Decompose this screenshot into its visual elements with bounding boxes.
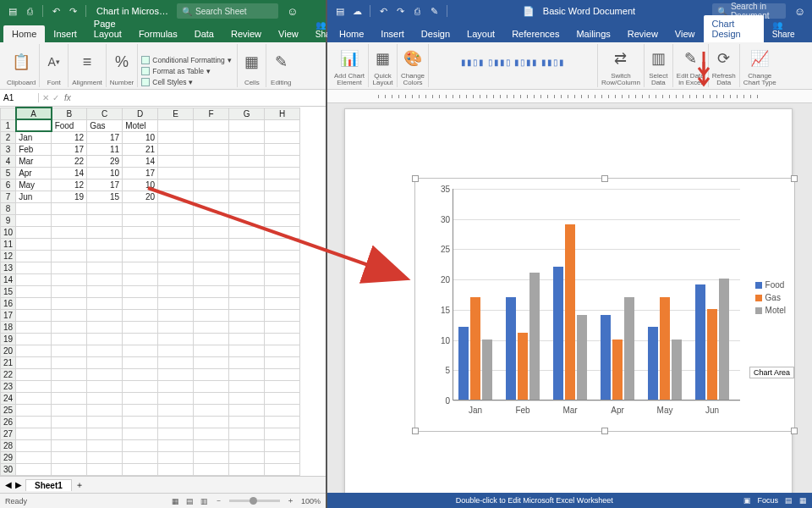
view-pagebreak-icon[interactable]: ▥ <box>200 497 208 505</box>
search-icon: 🔍 <box>182 7 192 16</box>
name-box[interactable]: A1 <box>0 93 39 102</box>
bar-gas-feb[interactable] <box>518 333 528 400</box>
ribbon-font[interactable]: A▾Font <box>40 44 69 87</box>
undo-icon[interactable]: ↶ <box>50 5 62 17</box>
word-tab-design[interactable]: Design <box>413 25 458 42</box>
bar-motel-may[interactable] <box>672 340 682 400</box>
excel-search[interactable]: 🔍 Search Sheet <box>177 3 278 19</box>
word-tab-references[interactable]: References <box>503 25 568 42</box>
view-normal-icon[interactable]: ▦ <box>172 497 179 505</box>
chart-styles-gallery[interactable]: ▮▮▯▮ ▯▮▮▯ ▮▯▮▮ ▮▮▯▮ <box>429 44 598 87</box>
view-web-icon[interactable]: ▦ <box>799 496 807 505</box>
feedback-icon[interactable]: ☺ <box>794 5 805 18</box>
word-tab-layout[interactable]: Layout <box>458 25 503 42</box>
excel-titlebar: ▤ ⎙ ↶ ↷ Chart in Micros… 🔍 Search Sheet … <box>0 0 326 22</box>
word-tab-home[interactable]: Home <box>331 25 372 42</box>
excel-ribbon-tabs: HomeInsertPage LayoutFormulasDataReviewV… <box>0 22 326 42</box>
sheet-nav-prev[interactable]: ◀ <box>5 480 12 489</box>
bar-food-mar[interactable] <box>553 267 563 400</box>
zoom-value[interactable]: 100% <box>301 497 321 505</box>
word-ribbon-tabs: HomeInsertDesignLayoutReferencesMailings… <box>327 22 812 42</box>
legend-gas: Gas <box>755 293 786 302</box>
customize-icon[interactable]: ✎ <box>428 5 440 17</box>
bar-gas-may[interactable] <box>660 297 670 400</box>
word-tab-chart-design[interactable]: Chart Design <box>704 15 764 42</box>
focus-mode-icon[interactable]: ▣ <box>743 496 751 505</box>
view-print-icon[interactable]: ▤ <box>785 496 793 505</box>
focus-label[interactable]: Focus <box>758 496 779 505</box>
redo-icon[interactable]: ↷ <box>394 5 406 17</box>
ribbon-alignment[interactable]: ≡Alignment <box>69 44 107 87</box>
ribbon-switch-row-column[interactable]: ⇄SwitchRow/Column <box>598 44 645 87</box>
excel-tab-formulas[interactable]: Formulas <box>130 25 186 42</box>
bar-gas-jan[interactable] <box>470 297 480 400</box>
zoom-in-icon[interactable]: ＋ <box>287 495 294 506</box>
sheet-tab[interactable]: Sheet1 <box>25 479 72 491</box>
excel-tab-insert[interactable]: Insert <box>45 25 85 42</box>
bar-food-may[interactable] <box>648 327 658 400</box>
bar-food-jan[interactable] <box>458 327 469 400</box>
ribbon-select-data[interactable]: ▥SelectData <box>645 44 673 87</box>
bar-motel-jan[interactable] <box>482 340 492 400</box>
redo-icon[interactable]: ↷ <box>67 5 79 17</box>
feedback-icon[interactable]: ☺ <box>287 5 298 18</box>
ribbon-change-chart-type[interactable]: 📈ChangeChart Type <box>740 44 780 87</box>
print-icon[interactable]: ⎙ <box>24 5 36 17</box>
view-pagelayout-icon[interactable]: ▤ <box>186 497 194 505</box>
zoom-slider[interactable] <box>229 500 280 502</box>
undo-icon[interactable]: ↶ <box>377 5 389 17</box>
ribbon-change-colors[interactable]: 🎨ChangeColors <box>398 44 429 87</box>
ribbon-cells[interactable]: ▦Cells <box>238 44 266 87</box>
add-sheet-button[interactable]: ＋ <box>75 479 84 491</box>
word-tab-insert[interactable]: Insert <box>372 25 413 42</box>
legend-motel: Motel <box>755 306 786 315</box>
save-icon[interactable]: ▤ <box>7 5 19 17</box>
print-icon[interactable]: ⎙ <box>411 5 423 17</box>
word-title: Basic Word Document <box>543 6 635 16</box>
ribbon-edit-data-in-excel[interactable]: ✎Edit Datain Excel <box>673 44 709 87</box>
excel-grid[interactable]: ABCDEFGH1FoodGasMotel2Jan1217103Feb17112… <box>0 107 326 476</box>
word-statusbar: Double-click to Edit Microsoft Excel Wor… <box>327 493 812 508</box>
ribbon-clipboard[interactable]: 📋Clipboard <box>3 44 40 87</box>
bar-motel-jun[interactable] <box>719 279 729 400</box>
excel-tab-page-layout[interactable]: Page Layout <box>85 15 130 42</box>
excel-tab-review[interactable]: Review <box>222 25 270 42</box>
bar-motel-apr[interactable] <box>624 297 634 400</box>
fx-icon[interactable]: fx <box>59 93 76 102</box>
bar-motel-mar[interactable] <box>577 315 587 400</box>
word-tab-view[interactable]: View <box>667 25 704 42</box>
bar-food-feb[interactable] <box>506 297 516 400</box>
bar-motel-feb[interactable] <box>529 273 540 400</box>
bar-gas-jun[interactable] <box>707 309 717 400</box>
excel-tab-data[interactable]: Data <box>186 25 222 42</box>
bar-gas-apr[interactable] <box>612 340 623 400</box>
word-share[interactable]: 👥 Share <box>764 17 809 42</box>
autosave-icon[interactable]: ☁ <box>351 5 363 17</box>
legend-food: Food <box>755 280 786 290</box>
xlabel-feb: Feb <box>499 406 546 415</box>
bar-food-apr[interactable] <box>601 315 611 400</box>
xlabel-may: May <box>641 406 689 415</box>
ribbon-refresh-data[interactable]: ⟳RefreshData <box>709 44 740 87</box>
zoom-out-icon[interactable]: － <box>215 495 222 506</box>
excel-tab-home[interactable]: Home <box>3 25 45 42</box>
word-ruler[interactable] <box>327 90 812 103</box>
ribbon-number[interactable]: %Number <box>107 44 138 87</box>
chart-area-tooltip: Chart Area <box>749 367 794 378</box>
ribbon-add-chart-element[interactable]: 📊Add ChartElement <box>331 44 369 87</box>
formula-bar[interactable]: A1 ✕✓ fx <box>0 90 326 107</box>
sheet-nav-next[interactable]: ▶ <box>15 480 22 489</box>
word-tab-review[interactable]: Review <box>619 25 667 42</box>
save-icon[interactable]: ▤ <box>334 5 346 17</box>
bar-gas-mar[interactable] <box>565 224 575 400</box>
ribbon-quick-layout[interactable]: ▦QuickLayout <box>369 44 398 87</box>
bar-food-jun[interactable] <box>695 284 705 400</box>
word-ribbon: 📊Add ChartElement▦QuickLayout🎨ChangeColo… <box>327 42 812 90</box>
word-tab-mailings[interactable]: Mailings <box>568 25 618 42</box>
xlabel-apr: Apr <box>594 406 641 415</box>
embedded-chart[interactable]: 05101520253035JanFebMarAprMayJun FoodGas… <box>414 178 795 432</box>
ribbon-editing[interactable]: ✎Editing <box>266 44 295 87</box>
ribbon-styles[interactable]: Conditional Formatting ▾ Format as Table… <box>138 44 238 87</box>
chart-legend: FoodGasMotel <box>755 280 786 318</box>
excel-tab-view[interactable]: View <box>270 25 307 42</box>
